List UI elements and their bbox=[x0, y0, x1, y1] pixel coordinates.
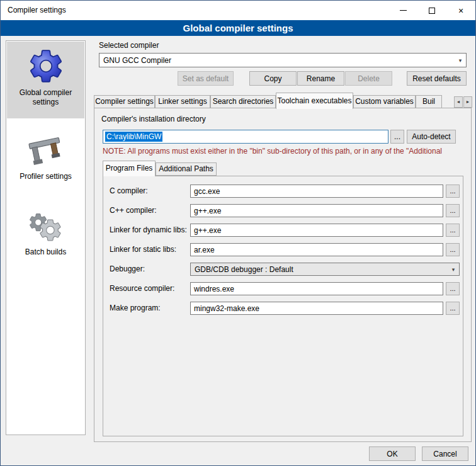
sidebar-item-label: Global compiler settings bbox=[7, 88, 84, 107]
browse-button[interactable]: ... bbox=[446, 243, 460, 256]
cpp-compiler-input[interactable]: g++.exe bbox=[190, 204, 443, 217]
gray-gears-icon bbox=[26, 211, 65, 245]
reset-defaults-button[interactable]: Reset defaults bbox=[407, 71, 467, 86]
sidebar-item-label: Batch builds bbox=[7, 247, 84, 257]
make-program-row: Make program: mingw32-make.exe ... bbox=[103, 302, 463, 315]
static-linker-input[interactable]: ar.exe bbox=[190, 243, 443, 256]
field-label: Resource compiler: bbox=[110, 282, 189, 295]
resource-compiler-input[interactable]: windres.exe bbox=[190, 282, 443, 295]
static-linker-row: Linker for static libs: ar.exe ... bbox=[103, 243, 463, 257]
page-title: Global compiler settings bbox=[1, 20, 475, 36]
tab-toolchain-executables[interactable]: Toolchain executables bbox=[276, 93, 353, 109]
sidebar-item-batch-builds[interactable]: Batch builds bbox=[7, 206, 84, 266]
make-program-input[interactable]: mingw32-make.exe bbox=[190, 302, 443, 315]
rename-button[interactable]: Rename bbox=[297, 71, 344, 86]
blue-gear-icon bbox=[26, 47, 65, 86]
sidebar-item-global-compiler-settings[interactable]: Global compiler settings bbox=[7, 42, 84, 118]
browse-button[interactable]: ... bbox=[446, 302, 460, 315]
selected-compiler-label: Selected compiler bbox=[99, 41, 159, 50]
sidebar-item-profiler-settings[interactable]: Profiler settings bbox=[7, 128, 84, 191]
compiler-settings-window: Compiler settings × Global compiler sett… bbox=[0, 0, 476, 466]
compiler-select[interactable]: GNU GCC Compiler ▾ bbox=[99, 53, 467, 67]
chevron-down-icon: ▾ bbox=[455, 54, 466, 67]
program-files-panel: C compiler: gcc.exe ... C++ compiler: g+… bbox=[103, 176, 463, 436]
close-button[interactable]: × bbox=[446, 1, 475, 20]
tab-linker-settings[interactable]: Linker settings bbox=[155, 95, 210, 108]
field-label: C++ compiler: bbox=[110, 204, 189, 217]
field-label: Linker for dynamic libs: bbox=[110, 224, 189, 237]
maximize-icon bbox=[429, 8, 435, 14]
installation-directory-input[interactable]: C:\raylib\MinGW bbox=[103, 130, 388, 144]
maximize-button[interactable] bbox=[417, 1, 446, 20]
cpp-compiler-row: C++ compiler: g++.exe ... bbox=[103, 204, 463, 218]
chevron-down-icon: ▾ bbox=[448, 263, 459, 275]
resource-compiler-row: Resource compiler: windres.exe ... bbox=[103, 282, 463, 296]
tab-scroll-left-icon[interactable]: ◄ bbox=[454, 96, 463, 108]
delete-button[interactable]: Delete bbox=[345, 71, 392, 86]
c-compiler-row: C compiler: gcc.exe ... bbox=[103, 185, 463, 198]
debugger-select-value: GDB/CDB debugger : Default bbox=[195, 263, 446, 275]
compiler-select-value: GNU GCC Compiler bbox=[103, 54, 453, 67]
auto-detect-button[interactable]: Auto-detect bbox=[407, 130, 456, 144]
close-icon: × bbox=[458, 6, 463, 16]
window-title: Compiler settings bbox=[8, 1, 66, 20]
note-text: NOTE: All programs must exist either in … bbox=[103, 147, 468, 156]
dynamic-linker-row: Linker for dynamic libs: g++.exe ... bbox=[103, 224, 463, 237]
field-label: C compiler: bbox=[110, 185, 189, 198]
field-label: Make program: bbox=[110, 302, 189, 315]
directory-browse-button[interactable]: ... bbox=[390, 130, 404, 144]
browse-button[interactable]: ... bbox=[446, 224, 460, 237]
installation-directory-label: Compiler's installation directory bbox=[101, 115, 206, 123]
installation-directory-value: C:\raylib\MinGW bbox=[105, 132, 162, 142]
debugger-row: Debugger: GDB/CDB debugger : Default ▾ bbox=[103, 263, 463, 276]
field-label: Debugger: bbox=[110, 263, 189, 276]
tab-scroll-right-icon[interactable]: ► bbox=[463, 96, 472, 108]
tab-custom-variables[interactable]: Custom variables bbox=[353, 95, 416, 108]
browse-button[interactable]: ... bbox=[446, 282, 460, 295]
sidebar-item-label: Profiler settings bbox=[7, 172, 84, 181]
browse-button[interactable]: ... bbox=[446, 185, 460, 198]
minimize-icon bbox=[400, 10, 407, 11]
set-as-default-button[interactable]: Set as default bbox=[178, 71, 234, 86]
debugger-select[interactable]: GDB/CDB debugger : Default ▾ bbox=[190, 263, 460, 276]
settings-category-list: Global compiler settings Profiler settin… bbox=[6, 40, 86, 435]
ok-button[interactable]: OK bbox=[369, 446, 416, 461]
browse-button[interactable]: ... bbox=[446, 204, 460, 217]
subtab-program-files[interactable]: Program Files bbox=[103, 161, 156, 176]
minimize-button[interactable] bbox=[388, 1, 417, 20]
tab-build-options-truncated[interactable]: Buil bbox=[416, 95, 442, 108]
tab-search-directories[interactable]: Search directories bbox=[210, 95, 276, 108]
subtab-additional-paths[interactable]: Additional Paths bbox=[156, 162, 217, 176]
copy-button[interactable]: Copy bbox=[249, 71, 297, 86]
c-compiler-input[interactable]: gcc.exe bbox=[190, 185, 443, 198]
cancel-button[interactable]: Cancel bbox=[422, 446, 468, 461]
titlebar: Compiler settings × bbox=[1, 1, 475, 20]
field-label: Linker for static libs: bbox=[110, 243, 189, 256]
clamp-tool-icon bbox=[28, 133, 64, 169]
dynamic-linker-input[interactable]: g++.exe bbox=[190, 224, 443, 237]
tab-compiler-settings[interactable]: Compiler settings bbox=[94, 95, 155, 108]
